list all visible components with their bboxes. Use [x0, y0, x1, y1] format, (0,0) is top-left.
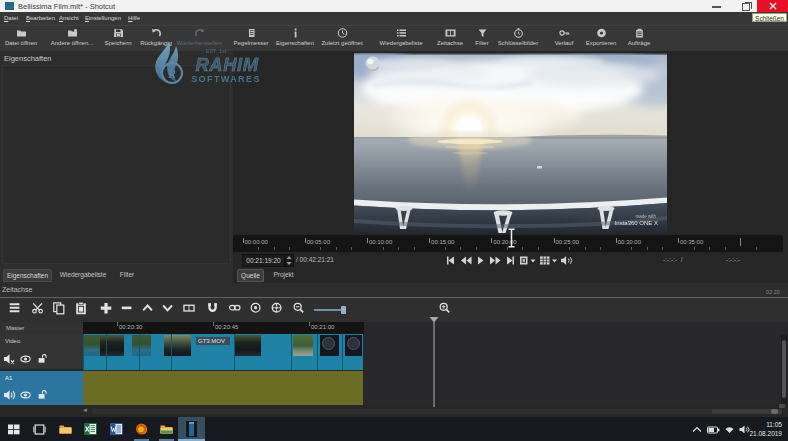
svg-text:made with: made with	[635, 214, 656, 219]
svg-text:R: R	[167, 67, 176, 81]
svg-text:Insta360 ONE X: Insta360 ONE X	[615, 220, 658, 226]
svg-text:SOFTWARES: SOFTWARES	[191, 74, 261, 84]
svg-text:RAHIM: RAHIM	[195, 54, 258, 75]
